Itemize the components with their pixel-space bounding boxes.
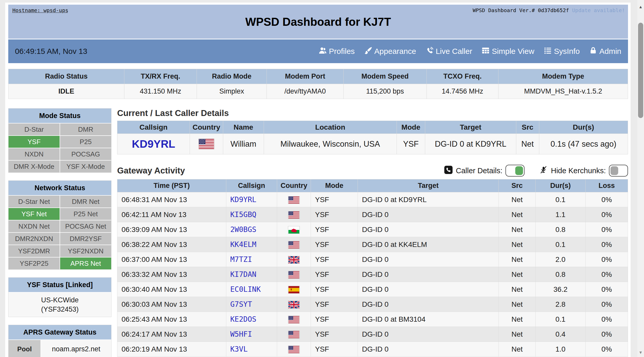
nav-label: SysInfo: [554, 47, 580, 56]
row-mode: YSF: [311, 222, 358, 237]
callsign-link[interactable]: M7TZI: [230, 255, 252, 264]
col-name: Name: [223, 121, 264, 134]
status-sidebar: Mode Status D-Star DMR YSF P25 NXDN POCS…: [8, 108, 111, 357]
users-icon: [319, 46, 327, 56]
nav-label: Simple View: [492, 47, 534, 56]
nav-item-live-caller[interactable]: Live Caller: [425, 46, 472, 56]
flag-uk-icon: [288, 300, 300, 308]
row-mode: YSF: [311, 267, 358, 282]
callsign-link[interactable]: KK4ELM: [230, 240, 256, 249]
aprs-status-panel: APRS Gateway Status Pool noam.aprs2.net: [8, 325, 111, 357]
flag-usa-icon: [288, 345, 300, 353]
row-target: DG-ID 0 at KD9YRL: [358, 192, 499, 207]
row-target: DG-ID 0: [358, 342, 499, 357]
update-available-link[interactable]: Update available!: [572, 7, 625, 13]
ysf-room-name: US-KCWide: [41, 295, 79, 305]
row-src: Net: [499, 282, 535, 297]
net-nxdn: NXDN Net: [9, 220, 60, 232]
row-target: DG-ID 0 at KK4ELM: [358, 237, 499, 252]
modem-port-value: /dev/ttyAMA0: [267, 84, 344, 99]
mode-dstar: D-Star: [9, 123, 60, 135]
callsign-link[interactable]: 2W0BGS: [230, 225, 256, 234]
row-target: DG-ID 0: [358, 267, 499, 282]
row-mode: YSF: [311, 327, 358, 342]
scrollbar-thumb[interactable]: [638, 23, 643, 118]
nav-item-profiles[interactable]: Profiles: [319, 46, 355, 56]
row-loss: 0%: [585, 207, 628, 222]
net-p25: P25 Net: [60, 208, 111, 220]
mode-nxdn: NXDN: [9, 148, 60, 160]
callsign-link[interactable]: EC0LINK: [230, 285, 261, 294]
caller-details-toggle[interactable]: [505, 165, 525, 177]
row-time: 06:48:31 AM Nov 13: [117, 192, 226, 207]
callsign-link[interactable]: K3VL: [230, 345, 248, 353]
nav-item-simple-view[interactable]: Simple View: [481, 46, 534, 56]
mode-status-title: Mode Status: [9, 109, 111, 123]
col-radio-mode: Radio Mode: [197, 69, 267, 84]
radio-mode-value: Simplex: [197, 84, 267, 99]
caller-details-title: Current / Last Caller Details: [117, 108, 628, 118]
row-target: DG-ID 0: [358, 282, 499, 297]
row-dur: 0.1: [535, 192, 585, 207]
col-modem-port: Modem Port: [267, 69, 344, 84]
callsign-link[interactable]: G7SYT: [230, 300, 252, 309]
col-callsign: Callsign: [226, 179, 277, 192]
modem-speed-value: 115,200 bps: [343, 84, 426, 99]
hide-kerchunks-toggle[interactable]: [609, 165, 628, 177]
row-loss: 0%: [585, 192, 628, 207]
col-location: Location: [264, 121, 397, 134]
caller-callsign-link[interactable]: KD9YRL: [132, 138, 175, 150]
row-src: Net: [499, 252, 535, 267]
col-mode: Mode: [397, 121, 425, 134]
nav-item-sysinfo[interactable]: SysInfo: [544, 46, 580, 56]
row-dur: 1.0: [535, 342, 585, 357]
caller-details-table: Callsign Country Name Location Mode Targ…: [117, 121, 628, 154]
hide-kerchunks-toggle-group: Hide Kerchunks:: [539, 165, 628, 177]
col-time: Time (PST): [117, 179, 226, 192]
net-ysf2dmr: YSF2DMR: [9, 245, 60, 257]
row-dur: 36.2: [535, 282, 585, 297]
row-src: Net: [499, 297, 535, 312]
row-time: 06:39:09 AM Nov 13: [117, 222, 226, 237]
row-src: Net: [499, 222, 535, 237]
hostname-link[interactable]: Hostname: wpsd-ups: [12, 7, 68, 13]
scrollbar[interactable]: ▲ ▼: [637, 0, 644, 357]
col-country: Country: [190, 121, 223, 134]
version-number: WPSD Dashboard Ver.# 0d37db652f: [473, 7, 569, 13]
row-dur: 0.4: [535, 327, 585, 342]
row-time: 06:42:11 AM Nov 13: [117, 207, 226, 222]
nav-label: Profiles: [329, 47, 355, 56]
aprs-pool-value: noam.aprs2.net: [41, 340, 111, 357]
col-src: Src: [516, 121, 539, 134]
scroll-down-icon[interactable]: ▼: [637, 349, 644, 356]
row-src: Net: [499, 192, 535, 207]
nav-bar: 06:49:15 AM, Nov 13 Profiles Appearance …: [8, 39, 628, 63]
callsign-link[interactable]: W5HFI: [230, 330, 252, 338]
scroll-up-icon[interactable]: ▲: [637, 4, 644, 10]
net-aprs: APRS Net: [60, 258, 111, 269]
nav-item-admin[interactable]: Admin: [589, 46, 621, 56]
row-time: 06:30:40 AM Nov 13: [117, 282, 226, 297]
callsign-link[interactable]: KE2DOS: [230, 315, 256, 323]
lock-icon: [589, 46, 597, 56]
row-src: Net: [499, 267, 535, 282]
callsign-link[interactable]: KI7DAN: [230, 270, 256, 279]
nav-item-appearance[interactable]: Appearance: [364, 46, 416, 56]
row-mode: YSF: [311, 207, 358, 222]
caller-mode: YSF: [397, 134, 425, 154]
nav-label: Appearance: [374, 47, 416, 56]
ysf-status-panel: YSF Status [Linked] US-KCWide (YSF32453): [8, 277, 111, 317]
row-dur: 0.8: [535, 267, 585, 282]
flag-spain-icon: [288, 285, 300, 293]
row-mode: YSF: [311, 282, 358, 297]
col-target: Target: [425, 121, 516, 134]
gateway-activity-table: Time (PST) Callsign Country Mode Target …: [117, 179, 628, 357]
row-src: Net: [499, 327, 535, 342]
activity-row: 06:30:03 AM Nov 13 G7SYT YSF DG-ID 0 Net…: [117, 297, 628, 312]
row-mode: YSF: [311, 192, 358, 207]
row-dur: 1.1: [535, 207, 585, 222]
row-loss: 0%: [585, 252, 628, 267]
callsign-link[interactable]: KD9YRL: [230, 195, 256, 204]
col-radio-status: Radio Status: [9, 69, 124, 84]
callsign-link[interactable]: KI5GBQ: [230, 210, 256, 219]
